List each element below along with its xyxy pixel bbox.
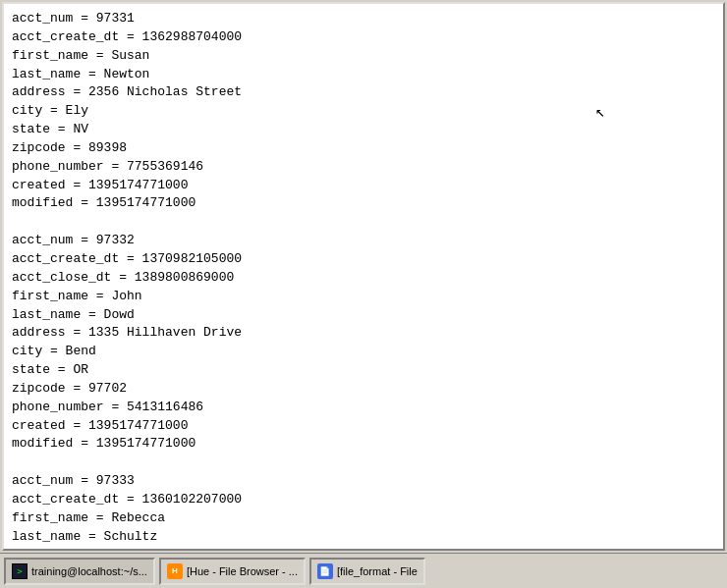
cursor: ↖ — [595, 102, 605, 122]
taskbar-item-terminal[interactable]: training@localhost:~/s... — [4, 558, 155, 585]
taskbar-label-hue-browser: [Hue - File Browser - ... — [187, 565, 298, 577]
taskbar-item-hue-browser[interactable]: H[Hue - File Browser - ... — [159, 558, 306, 585]
taskbar-label-terminal: training@localhost:~/s... — [31, 565, 147, 577]
taskbar-label-file-format: [file_format - File — [337, 565, 418, 577]
terminal-content[interactable]: acct_num = 97331 acct_create_dt = 136298… — [4, 4, 723, 549]
file-icon — [317, 563, 333, 579]
terminal-window: acct_num = 97331 acct_create_dt = 136298… — [2, 2, 725, 551]
taskbar: training@localhost:~/s...H[Hue - File Br… — [0, 553, 727, 588]
hue-icon: H — [167, 563, 183, 579]
terminal-icon — [12, 563, 28, 579]
taskbar-item-file-format[interactable]: [file_format - File — [309, 558, 425, 585]
